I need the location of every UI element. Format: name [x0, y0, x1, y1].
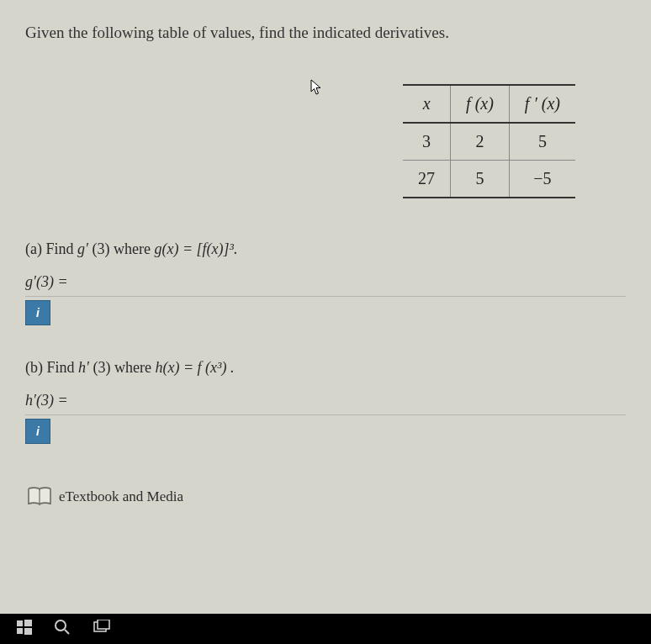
part-a-prefix: (a) Find	[25, 240, 77, 257]
task-view-icon[interactable]	[93, 620, 111, 638]
svg-line-6	[65, 630, 69, 634]
table-row: 3 2 5	[403, 123, 575, 161]
table-wrap: x f (x) f ′ (x) 3 2 5 27 5 −5	[25, 84, 626, 198]
svg-rect-8	[98, 620, 109, 629]
cell: 5	[509, 123, 575, 161]
windows-icon[interactable]	[17, 620, 32, 638]
info-button-a[interactable]: i	[25, 300, 50, 325]
svg-rect-3	[17, 628, 23, 634]
part-b-hprime: h′	[78, 359, 89, 376]
cell: 27	[403, 161, 451, 198]
cell: 3	[403, 123, 451, 161]
search-icon[interactable]	[54, 619, 71, 639]
cursor-icon	[310, 79, 322, 100]
values-table: x f (x) f ′ (x) 3 2 5 27 5 −5	[403, 84, 575, 198]
svg-point-5	[56, 620, 66, 631]
answer-a-label: g′(3) =	[25, 273, 626, 297]
table-row: 27 5 −5	[403, 161, 575, 198]
col-fx: f (x)	[451, 85, 510, 123]
taskbar	[0, 614, 651, 644]
svg-rect-4	[24, 628, 32, 635]
col-x: x	[403, 85, 451, 123]
part-a-arg: (3) where	[88, 240, 154, 257]
textbook-link[interactable]: eTextbook and Media	[25, 484, 626, 509]
part-b: (b) Find h′ (3) where h(x) = f (x³) .	[25, 359, 626, 377]
part-a-eq: g(x) = [f(x)]³.	[154, 240, 237, 257]
svg-rect-2	[24, 620, 32, 626]
part-a: (a) Find g′ (3) where g(x) = [f(x)]³.	[25, 240, 626, 258]
table-header-row: x f (x) f ′ (x)	[403, 85, 575, 123]
book-icon	[25, 484, 54, 509]
part-b-prefix: (b) Find	[25, 359, 78, 376]
part-a-gprime: g′	[77, 240, 88, 257]
info-button-b[interactable]: i	[25, 419, 50, 444]
textbook-label: eTextbook and Media	[59, 488, 183, 505]
cell: 5	[451, 161, 510, 198]
cell: −5	[509, 161, 575, 198]
cell: 2	[451, 123, 510, 161]
part-b-arg: (3) where	[89, 359, 155, 376]
part-b-eq: h(x) = f (x³) .	[155, 359, 234, 376]
svg-rect-1	[17, 620, 23, 626]
answer-b-label: h′(3) =	[25, 392, 626, 415]
question-page: Given the following table of values, fin…	[0, 0, 651, 509]
question-prompt: Given the following table of values, fin…	[25, 24, 626, 42]
col-fpx: f ′ (x)	[509, 85, 575, 123]
